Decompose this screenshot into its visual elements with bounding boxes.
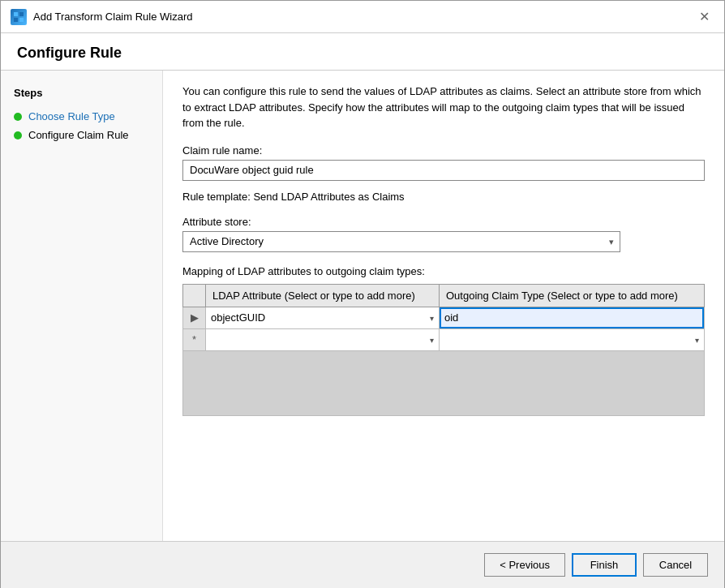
row2-ldap-select-wrapper — [206, 329, 439, 350]
row2-ldap-cell — [206, 328, 440, 350]
row1-ldap-select[interactable]: objectGUID — [206, 307, 439, 328]
dialog: Add Transform Claim Rule Wizard ✕ Config… — [0, 0, 725, 588]
row1-outgoing-cell — [440, 307, 705, 328]
sidebar: Steps Choose Rule Type Configure Claim R… — [1, 71, 163, 541]
empty-area — [183, 350, 705, 415]
description-text: You can configure this rule to send the … — [182, 84, 705, 131]
content-area: Steps Choose Rule Type Configure Claim R… — [1, 71, 724, 541]
svg-rect-3 — [19, 18, 24, 22]
col-ldap-header: LDAP Attribute (Select or type to add mo… — [206, 284, 440, 307]
sidebar-item-choose-rule-label: Choose Rule Type — [28, 110, 115, 122]
row1-indicator: ▶ — [183, 307, 206, 328]
attribute-store-row: Attribute store: Active Directory — [182, 216, 705, 252]
previous-button[interactable]: < Previous — [484, 553, 565, 577]
finish-button[interactable]: Finish — [572, 553, 637, 577]
step2-dot — [14, 131, 22, 139]
attribute-store-select[interactable]: Active Directory — [182, 231, 620, 252]
svg-rect-0 — [14, 12, 18, 16]
svg-rect-1 — [19, 12, 24, 16]
row1-outgoing-input[interactable] — [440, 307, 704, 328]
col-outgoing-header: Outgoing Claim Type (Select or type to a… — [440, 284, 705, 307]
mapping-label: Mapping of LDAP attributes to outgoing c… — [182, 265, 705, 277]
sidebar-item-configure-rule[interactable]: Configure Claim Rule — [1, 126, 162, 144]
sidebar-item-choose-rule[interactable]: Choose Rule Type — [1, 107, 162, 126]
steps-heading: Steps — [1, 84, 162, 107]
row2-ldap-select[interactable] — [206, 329, 439, 350]
table-row: ▶ objectGUID — [183, 307, 705, 328]
table-row: * — [183, 328, 705, 350]
title-bar-left: Add Transform Claim Rule Wizard — [11, 9, 193, 25]
footer: < Previous Finish Cancel — [1, 541, 724, 588]
dialog-title: Add Transform Claim Rule Wizard — [33, 11, 193, 23]
close-button[interactable]: ✕ — [694, 7, 714, 26]
svg-rect-2 — [14, 18, 18, 22]
main-content: You can configure this rule to send the … — [163, 71, 724, 541]
wizard-icon — [11, 9, 27, 25]
col-indicator-header — [183, 284, 206, 307]
rule-template-text: Rule template: Send LDAP Attributes as C… — [182, 191, 705, 203]
cancel-button[interactable]: Cancel — [643, 553, 708, 577]
page-title: Configure Rule — [1, 33, 724, 71]
attribute-store-label: Attribute store: — [182, 216, 705, 228]
mapping-table: LDAP Attribute (Select or type to add mo… — [182, 284, 705, 416]
step1-dot — [14, 113, 22, 121]
attribute-store-wrapper: Active Directory — [182, 231, 620, 252]
row1-ldap-select-wrapper: objectGUID — [206, 307, 439, 328]
title-bar: Add Transform Claim Rule Wizard ✕ — [1, 1, 724, 33]
claim-rule-name-label: Claim rule name: — [182, 144, 705, 157]
row2-outgoing-cell — [440, 328, 705, 350]
empty-row — [183, 350, 705, 415]
row2-outgoing-select[interactable] — [440, 329, 704, 350]
row1-ldap-cell: objectGUID — [206, 307, 440, 328]
sidebar-item-configure-rule-label: Configure Claim Rule — [28, 129, 129, 141]
row2-indicator: * — [183, 328, 206, 350]
row2-outgoing-select-wrapper — [440, 329, 704, 350]
claim-rule-name-input[interactable] — [182, 160, 705, 181]
